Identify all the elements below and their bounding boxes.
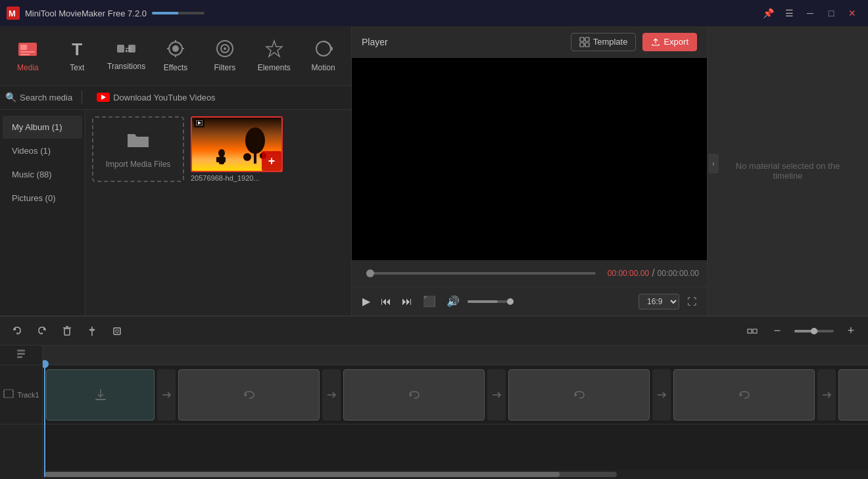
- svg-point-22: [245, 127, 265, 154]
- svg-rect-48: [17, 353, 25, 355]
- split-icon: [86, 325, 98, 337]
- import-media-card[interactable]: Import Media Files: [92, 116, 184, 182]
- track-clip-empty-3[interactable]: [508, 369, 650, 421]
- transition-icon-2: [326, 389, 337, 401]
- crop-button[interactable]: [107, 321, 128, 342]
- transition-handle-1[interactable]: [157, 369, 176, 421]
- youtube-download-button[interactable]: Download YouTube Videos: [91, 90, 220, 105]
- track-clip-empty-5[interactable]: [838, 369, 868, 421]
- horizontal-scrollbar[interactable]: [45, 472, 617, 477]
- stop-button[interactable]: ⬛: [420, 292, 439, 310]
- sidebar: My Album (1) Videos (1) Music (88) Pictu…: [0, 110, 85, 315]
- transition-handle-4[interactable]: [652, 369, 671, 421]
- split-button[interactable]: [82, 321, 103, 342]
- play-button[interactable]: ▶: [360, 292, 373, 310]
- video-badge: [194, 120, 205, 127]
- track-labels: Track1: [0, 346, 43, 479]
- transition-handle-2[interactable]: [322, 369, 341, 421]
- track-clip-empty-4[interactable]: [673, 369, 815, 421]
- toolbar-item-filters[interactable]: Filters: [200, 30, 249, 82]
- collapse-panel-button[interactable]: ›: [708, 154, 719, 173]
- toolbar-item-text[interactable]: T Text: [53, 30, 102, 82]
- template-button[interactable]: Template: [571, 33, 637, 51]
- add-to-timeline-button[interactable]: +: [262, 151, 281, 171]
- text-icon: T: [72, 39, 82, 60]
- transition-handle-3[interactable]: [487, 369, 506, 421]
- close-button[interactable]: ✕: [843, 4, 861, 22]
- toolbar-item-effects[interactable]: Effects: [151, 30, 201, 82]
- undo-button[interactable]: [7, 321, 28, 342]
- top-area: Media T Text ⇄ Transitions: [0, 26, 868, 315]
- video-area: [352, 58, 707, 260]
- sidebar-item-music[interactable]: Music (88): [3, 163, 82, 186]
- player-label: Player: [362, 37, 388, 47]
- track-header: [0, 346, 42, 365]
- search-media-button[interactable]: 🔍 Search media: [5, 92, 72, 103]
- prev-frame-button[interactable]: ⏮: [378, 293, 394, 310]
- loop-icon: [243, 388, 256, 401]
- svg-rect-56: [12, 396, 14, 398]
- main-container: Media T Text ⇄ Transitions: [0, 26, 868, 479]
- total-time: 00:00:00.00: [658, 269, 699, 278]
- menu-button[interactable]: ☰: [780, 4, 798, 22]
- aspect-ratio-select[interactable]: 16:9 4:3 1:1 9:16: [639, 294, 679, 309]
- track-clip-empty-2[interactable]: [343, 369, 485, 421]
- svg-rect-45: [748, 329, 752, 333]
- player-controls: ▶ ⏮ ⏭ ⬛ 🔊 16:9 4:3 1:1 9:16 ⛶: [352, 286, 707, 315]
- track-clip-main[interactable]: [46, 369, 155, 421]
- svg-text:M: M: [9, 9, 16, 18]
- toolbar-item-media[interactable]: Media: [3, 30, 53, 82]
- zoom-split-left-button[interactable]: [742, 321, 763, 342]
- toolbar-item-transitions[interactable]: ⇄ Transitions: [102, 30, 151, 82]
- svg-point-10: [172, 45, 179, 52]
- svg-marker-58: [245, 393, 247, 397]
- svg-rect-28: [222, 157, 226, 162]
- player-seek-bar[interactable]: 00:00:00.00 / 00:00:00.00: [352, 260, 707, 286]
- timeline-ruler: [43, 346, 868, 365]
- zoom-in-button[interactable]: +: [840, 321, 861, 342]
- zoom-slider[interactable]: [794, 330, 834, 332]
- redo-icon: [36, 325, 48, 337]
- add-track-button[interactable]: [14, 347, 28, 363]
- svg-rect-32: [585, 37, 589, 41]
- toolbar-item-elements[interactable]: Elements: [249, 30, 299, 82]
- seek-track[interactable]: [366, 272, 596, 275]
- delete-button[interactable]: [57, 321, 78, 342]
- sidebar-item-pictures[interactable]: Pictures (0): [3, 187, 82, 210]
- sidebar-item-my-album[interactable]: My Album (1): [3, 116, 82, 139]
- svg-rect-6: [117, 45, 124, 53]
- next-frame-button[interactable]: ⏭: [399, 293, 415, 310]
- svg-rect-37: [64, 329, 70, 335]
- timeline-content: Track1: [0, 346, 868, 479]
- svg-marker-59: [410, 393, 412, 397]
- transition-handle-5[interactable]: [817, 369, 836, 421]
- volume-slider[interactable]: [468, 300, 514, 303]
- seek-handle[interactable]: [366, 269, 374, 277]
- export-button[interactable]: Export: [642, 33, 697, 51]
- svg-rect-3: [20, 45, 27, 50]
- toolbar-item-motion[interactable]: Motion: [299, 30, 348, 82]
- zoom-out-button[interactable]: −: [767, 321, 788, 342]
- sidebar-item-videos[interactable]: Videos (1): [3, 139, 82, 162]
- yt-download-label: Download YouTube Videos: [113, 93, 215, 103]
- player-top-controls: Template Export: [571, 33, 697, 51]
- no-material-text: No material selected on the timeline: [708, 148, 868, 194]
- svg-rect-57: [95, 399, 106, 400]
- toolbar-transitions-label: Transitions: [107, 62, 145, 71]
- track-clip-empty-1[interactable]: [178, 369, 320, 421]
- svg-point-17: [224, 47, 226, 50]
- svg-rect-52: [3, 394, 5, 395]
- film-icon: [3, 388, 14, 402]
- fullscreen-button[interactable]: ⛶: [685, 294, 699, 309]
- redo-button[interactable]: [32, 321, 53, 342]
- video-thumbnail[interactable]: + 20576968-hd_1920...: [191, 116, 283, 182]
- volume-handle: [507, 298, 514, 305]
- pin-button[interactable]: 📌: [759, 4, 777, 22]
- scrollbar-fill: [45, 472, 560, 477]
- time-separator: /: [652, 267, 654, 279]
- minimize-button[interactable]: ─: [801, 4, 819, 22]
- volume-button[interactable]: 🔊: [444, 292, 462, 310]
- player-header: Player Template: [352, 26, 707, 58]
- template-label: Template: [593, 37, 628, 47]
- maximize-button[interactable]: □: [822, 4, 840, 22]
